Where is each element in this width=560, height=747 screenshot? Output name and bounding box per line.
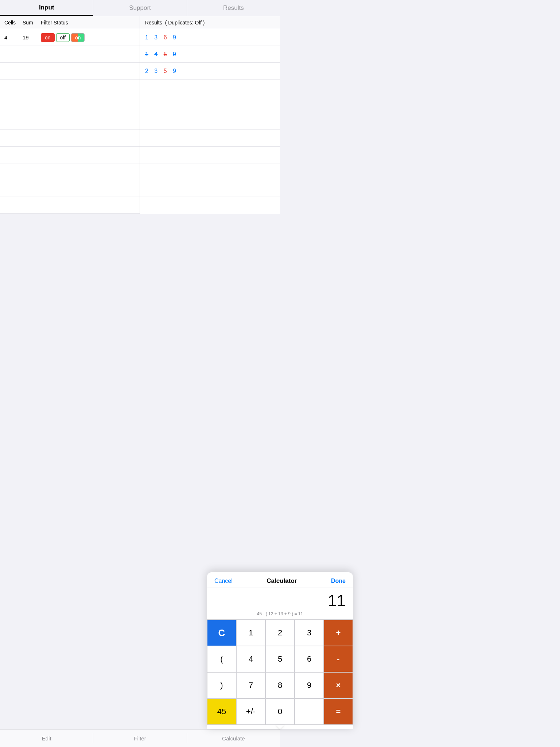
r2-n1: 1 bbox=[145, 51, 148, 58]
filter-buttons: on off on bbox=[41, 33, 135, 42]
empty-row-10 bbox=[0, 197, 140, 214]
r2-n3: 5 bbox=[164, 51, 167, 58]
empty-row-4 bbox=[0, 96, 140, 113]
r2-space1 bbox=[151, 51, 152, 58]
r2-space3 bbox=[169, 51, 171, 58]
results-label: Results bbox=[145, 20, 162, 26]
r1-n1: 1 bbox=[145, 34, 148, 41]
sum-value: 19 bbox=[23, 34, 41, 40]
r1-space1 bbox=[151, 34, 152, 41]
empty-row-5 bbox=[0, 113, 140, 130]
result-row-3: 2 3 5 9 bbox=[140, 63, 280, 80]
r-empty-3 bbox=[140, 113, 280, 130]
right-table-header: Results ( Duplicates: Off ) bbox=[140, 16, 280, 29]
r-empty-5 bbox=[140, 147, 280, 163]
empty-row-9 bbox=[0, 180, 140, 197]
r-empty-2 bbox=[140, 96, 280, 113]
empty-row-6 bbox=[0, 130, 140, 147]
left-panel: Cells Sum Filter Status 4 19 on off on bbox=[0, 16, 140, 214]
result-row-1: 1 3 6 9 bbox=[140, 29, 280, 46]
header-filter: Filter Status bbox=[41, 20, 135, 26]
tab-results[interactable]: Results bbox=[187, 0, 280, 16]
result-row-2: 1 4 5 9 bbox=[140, 46, 280, 63]
r3-space2 bbox=[160, 68, 161, 74]
top-tab-bar: Input Support Results bbox=[0, 0, 280, 16]
r3-space1 bbox=[151, 68, 152, 74]
r1-space2 bbox=[160, 34, 161, 41]
r-empty-4 bbox=[140, 130, 280, 147]
filter-btn-off[interactable]: off bbox=[56, 33, 70, 42]
r1-n4: 9 bbox=[173, 34, 176, 41]
data-row-1: 4 19 on off on bbox=[0, 29, 140, 46]
r3-n1: 2 bbox=[145, 68, 148, 74]
r1-n3: 6 bbox=[164, 34, 167, 41]
r1-n2: 3 bbox=[154, 34, 158, 41]
empty-row-1 bbox=[0, 46, 140, 63]
empty-row-7 bbox=[0, 147, 140, 163]
empty-row-8 bbox=[0, 163, 140, 180]
r1-space3 bbox=[169, 34, 171, 41]
empty-row-2 bbox=[0, 63, 140, 80]
main-content: Cells Sum Filter Status 4 19 on off on R… bbox=[0, 16, 280, 214]
r2-n2: 4 bbox=[154, 51, 158, 58]
header-sum: Sum bbox=[23, 20, 41, 26]
tab-input[interactable]: Input bbox=[0, 0, 93, 16]
r2-space2 bbox=[160, 51, 161, 58]
r-empty-6 bbox=[140, 163, 280, 180]
empty-row-3 bbox=[0, 80, 140, 96]
filter-btn-on-red[interactable]: on bbox=[41, 33, 55, 42]
r-empty-1 bbox=[140, 80, 280, 96]
r-empty-7 bbox=[140, 180, 280, 197]
r3-n4: 9 bbox=[173, 68, 176, 74]
r3-space3 bbox=[169, 68, 171, 74]
header-cells: Cells bbox=[4, 20, 23, 26]
r2-n4: 9 bbox=[173, 51, 176, 58]
r3-n2: 3 bbox=[154, 68, 158, 74]
duplicates-label: ( Duplicates: Off ) bbox=[165, 20, 205, 26]
filter-btn-on-mixed[interactable]: on bbox=[71, 33, 85, 42]
cells-value: 4 bbox=[4, 34, 23, 40]
tab-support[interactable]: Support bbox=[93, 0, 186, 16]
left-table-header: Cells Sum Filter Status bbox=[0, 16, 140, 29]
r3-n3: 5 bbox=[164, 68, 167, 74]
right-panel: Results ( Duplicates: Off ) 1 3 6 9 1 4 … bbox=[140, 16, 280, 214]
